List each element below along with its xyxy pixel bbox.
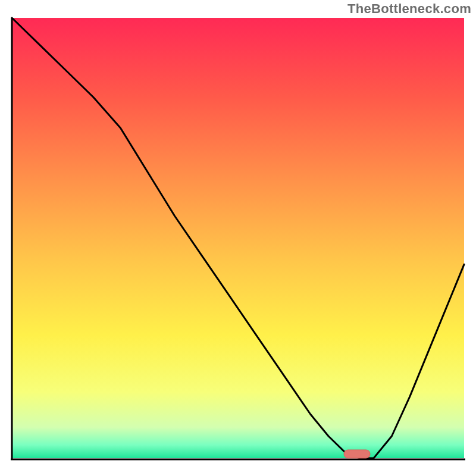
chart-container: TheBottleneck.com	[0, 0, 476, 476]
optimal-marker	[344, 450, 370, 458]
bottleneck-curve-chart	[0, 0, 476, 476]
